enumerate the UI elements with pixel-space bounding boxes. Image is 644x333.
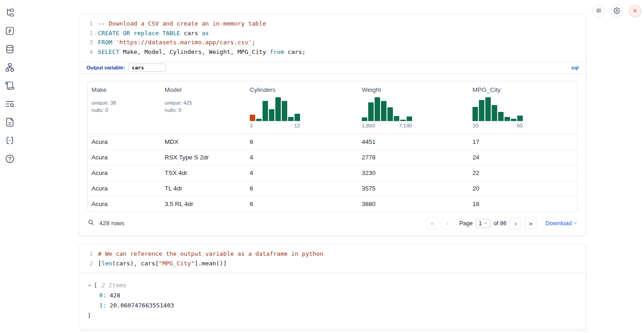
sidebar-button-document[interactable] [4, 117, 16, 129]
sidebar-button-dependency-graph[interactable] [4, 62, 16, 74]
sidebar-button-help[interactable] [4, 153, 16, 165]
table-row[interactable]: AcuraMDX6445117 [88, 134, 577, 149]
sidebar-button-database[interactable] [4, 44, 16, 56]
table-cell: 3575 [358, 180, 469, 196]
table-cell: Acura [88, 196, 161, 211]
data-table: Makeunique: 38nulls: 0Modelunique: 425nu… [87, 81, 578, 212]
settings-button[interactable] [611, 5, 623, 17]
table-cell: 3880 [358, 196, 469, 211]
sidebar-button-scroll[interactable] [4, 80, 16, 92]
histogram-bar [256, 119, 262, 121]
histogram-bar [368, 102, 374, 121]
chevron-left-icon: ‹ [446, 220, 449, 227]
menu-button[interactable] [592, 5, 605, 17]
prev-page-button[interactable]: ‹ [441, 217, 453, 229]
fold-gutter [93, 259, 98, 269]
file-tree-icon [5, 8, 15, 19]
chevron-right-icon: › [515, 220, 517, 227]
table-cell: 3230 [358, 165, 469, 180]
table-row[interactable]: AcuraTL 4dr6357520 [88, 180, 577, 196]
code-text: FROM 'https://datasets.marimo.app/cars.c… [98, 38, 255, 48]
tree-entry: 0:428 [87, 291, 578, 301]
code-line: 2⌄CREATE OR replace TABLE cars as [79, 29, 580, 38]
output-variable-label: Output variable: [86, 65, 125, 70]
code-text: CREATE OR replace TABLE cars as [98, 29, 209, 38]
function-icon [5, 26, 15, 37]
snippets-icon [5, 136, 15, 147]
output-variable-input[interactable] [129, 63, 166, 72]
code-line: 4SELECT Make, Model, Cylinders, Weight, … [79, 48, 580, 57]
column-header-Make[interactable]: Makeunique: 38nulls: 0 [88, 81, 161, 134]
table-cell: 24 [469, 149, 577, 165]
sql-code-editor[interactable]: 1-- Download a CSV and create an in-memo… [79, 14, 586, 62]
table-cell: MDX [161, 134, 246, 149]
table-cell: Acura [88, 134, 161, 149]
page-total: of 86 [494, 220, 506, 227]
tree-key: 1: [99, 301, 107, 311]
collapse-chevron-icon[interactable] [87, 283, 94, 288]
table-cell: Acura [88, 165, 161, 180]
histogram-bar [394, 116, 399, 121]
close-button[interactable] [629, 5, 641, 17]
column-header-MPG_City[interactable]: MPG_City1060 [469, 81, 577, 134]
python-code-editor[interactable]: 1# We can reference the output variable … [79, 244, 586, 273]
histogram-bar [517, 116, 523, 121]
fold-chevron-icon[interactable]: ⌄ [93, 29, 98, 38]
sidebar-button-snippets[interactable] [4, 135, 16, 147]
table-cell: 20 [469, 180, 577, 196]
column-name: MPG_City [472, 86, 574, 93]
histogram-bar [407, 116, 412, 121]
search-icon [87, 219, 95, 227]
page-select-value: 1 [478, 220, 482, 227]
table-cell: 4 [246, 149, 358, 165]
table-cell: 4451 [358, 134, 469, 149]
table-search-button[interactable] [87, 219, 95, 227]
menu-icon [596, 7, 602, 15]
table-cell: 6 [246, 196, 358, 211]
notebook: 1-- Download a CSV and create an in-memo… [79, 14, 586, 330]
histogram-bar [269, 109, 274, 121]
line-number: 4 [79, 48, 93, 57]
histogram-axis: 1060 [472, 123, 523, 128]
column-histogram: 1,8507,190 [362, 97, 412, 128]
chevrons-right-icon: » [529, 220, 532, 227]
histogram-bar [275, 97, 281, 121]
tree-value: 428 [110, 291, 120, 301]
line-number: 1 [79, 249, 93, 259]
sql-cell: 1-- Download a CSV and create an in-memo… [79, 14, 586, 236]
tree-entry: 1:20.060747663551403 [87, 301, 578, 311]
sidebar-button-list-search[interactable] [4, 99, 16, 111]
histogram-bar [282, 101, 287, 121]
table-cell: 22 [469, 165, 577, 180]
python-output: [2 Items0:4281:20.060747663551403] [79, 273, 586, 330]
gear-icon [613, 7, 620, 16]
download-button[interactable]: Download [545, 220, 578, 227]
histogram-bar [375, 97, 380, 121]
column-name: Cylinders [250, 86, 354, 93]
column-header-Model[interactable]: Modelunique: 425nulls: 0 [161, 81, 246, 134]
column-header-Cylinders[interactable]: Cylinders312 [246, 81, 358, 134]
page-select[interactable]: 1 [476, 219, 490, 228]
sidebar-button-file-tree[interactable] [4, 7, 16, 19]
histogram-bar [479, 100, 484, 121]
document-icon [5, 117, 15, 128]
first-page-button[interactable]: « [426, 217, 438, 229]
table-row[interactable]: Acura3.5 RL 4dr6388018 [88, 196, 577, 211]
page-label: Page [459, 220, 472, 227]
column-header-Weight[interactable]: Weight1,8507,190 [358, 81, 469, 134]
histogram-bar [288, 117, 294, 121]
fold-gutter [93, 19, 98, 29]
sidebar-button-function[interactable] [4, 26, 16, 37]
table-row[interactable]: AcuraTSX 4dr4323022 [88, 165, 577, 180]
code-line: 1# We can reference the output variable … [79, 249, 580, 259]
histogram-bar [400, 120, 406, 121]
next-page-button[interactable]: › [510, 217, 521, 229]
column-name: Model [165, 86, 242, 93]
last-page-button[interactable]: » [525, 217, 537, 229]
code-line: 3FROM 'https://datasets.marimo.app/cars.… [79, 38, 580, 48]
pagination: « ‹ Page 1 of 86 › » Download [426, 217, 578, 229]
table-row[interactable]: AcuraRSX Type S 2dr4277824 [88, 149, 577, 165]
histogram-axis: 312 [250, 123, 300, 128]
left-toolbar [4, 7, 16, 165]
line-number: 2 [79, 259, 93, 269]
